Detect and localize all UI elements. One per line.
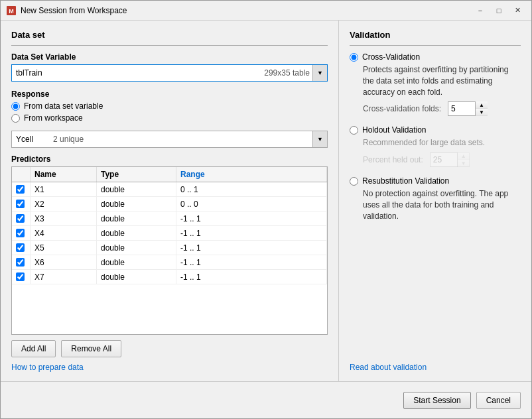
main-content: Data set Data Set Variable tblTrain 299x… bbox=[1, 21, 531, 381]
row-range-4: -1 .. 1 bbox=[176, 241, 327, 255]
minimize-button[interactable]: − bbox=[472, 3, 489, 18]
dataset-variable-select[interactable]: tblTrain 299x35 table ▼ bbox=[11, 64, 328, 82]
how-to-prepare-link[interactable]: How to prepare data bbox=[11, 363, 328, 372]
read-link-container: Read about validation bbox=[350, 356, 521, 372]
response-unique: 2 unique bbox=[53, 135, 84, 144]
resubstitution-desc: No protection against overfitting. The a… bbox=[363, 188, 521, 221]
table-row: X4 double -1 .. 1 bbox=[12, 226, 327, 241]
header-type: Type bbox=[97, 167, 176, 182]
close-button[interactable]: ✕ bbox=[509, 3, 526, 18]
header-name: Name bbox=[31, 167, 97, 182]
resubstitution-radio[interactable] bbox=[350, 177, 358, 186]
holdout-radio[interactable] bbox=[350, 126, 358, 135]
holdout-percent-input bbox=[431, 153, 457, 166]
dataset-section-header: Data set bbox=[11, 30, 328, 40]
bottom-buttons: Add All Remove All bbox=[11, 340, 328, 357]
row-check-0[interactable] bbox=[12, 182, 31, 196]
row-name-4: X5 bbox=[31, 241, 97, 255]
remove-all-button[interactable]: Remove All bbox=[61, 340, 121, 357]
row-range-1: 0 .. 0 bbox=[176, 197, 327, 211]
read-about-validation-link[interactable]: Read about validation bbox=[350, 363, 427, 372]
holdout-percent-spinner: ▲ ▼ bbox=[430, 152, 470, 167]
dataset-variable-arrow: ▼ bbox=[312, 65, 327, 81]
row-type-4: double bbox=[97, 241, 176, 255]
left-panel: Data set Data Set Variable tblTrain 299x… bbox=[1, 21, 339, 381]
from-workspace-radio[interactable] bbox=[11, 114, 20, 123]
footer: Start Session Cancel bbox=[1, 381, 531, 418]
holdout-percent-label: Percent held out: bbox=[363, 155, 423, 164]
cv-folds-spinner[interactable]: ▲ ▼ bbox=[448, 101, 488, 116]
cv-folds-up[interactable]: ▲ bbox=[476, 101, 488, 109]
table-row: X5 double -1 .. 1 bbox=[12, 241, 327, 255]
cross-validation-label[interactable]: Cross-Validation bbox=[362, 52, 420, 62]
cross-validation-option: Cross-Validation Protects against overfi… bbox=[350, 52, 521, 116]
row-check-5[interactable] bbox=[12, 255, 31, 269]
row-name-6: X7 bbox=[31, 270, 97, 284]
row-range-3: -1 .. 1 bbox=[176, 226, 327, 240]
table-row: X1 double 0 .. 1 bbox=[12, 182, 327, 197]
from-dataset-radio[interactable] bbox=[11, 102, 20, 111]
from-workspace-label[interactable]: From workspace bbox=[24, 113, 83, 123]
right-panel: Validation Cross-Validation Protects aga… bbox=[339, 21, 531, 381]
cross-validation-desc: Protects against overfitting by partitio… bbox=[363, 64, 521, 97]
cv-folds-input[interactable] bbox=[448, 102, 475, 115]
holdout-down: ▼ bbox=[458, 160, 470, 167]
window-title: New Session from Workspace bbox=[21, 6, 472, 15]
cv-folds-row: Cross-validation folds: ▲ ▼ bbox=[363, 101, 521, 116]
holdout-label[interactable]: Holdout Validation bbox=[362, 125, 427, 135]
start-session-button[interactable]: Start Session bbox=[403, 392, 470, 409]
titlebar: M New Session from Workspace − □ ✕ bbox=[1, 1, 531, 21]
cv-folds-down[interactable]: ▼ bbox=[476, 109, 488, 116]
header-check bbox=[12, 167, 31, 182]
row-type-0: double bbox=[97, 182, 176, 196]
response-variable-type: cell bbox=[21, 135, 33, 144]
table-body: X1 double 0 .. 1 X2 double 0 .. 0 X3 dou… bbox=[12, 182, 327, 334]
cv-radio-row: Cross-Validation bbox=[350, 52, 521, 62]
row-name-5: X6 bbox=[31, 255, 97, 269]
add-all-button[interactable]: Add All bbox=[11, 340, 56, 357]
holdout-spinner-buttons: ▲ ▼ bbox=[457, 152, 470, 167]
row-type-5: double bbox=[97, 255, 176, 269]
row-check-2[interactable] bbox=[12, 211, 31, 225]
cross-validation-radio[interactable] bbox=[350, 53, 358, 62]
dataset-variable-type: 299x35 table bbox=[264, 68, 310, 78]
cancel-button[interactable]: Cancel bbox=[476, 392, 521, 409]
response-section: From data set variable From workspace bbox=[11, 101, 328, 125]
row-type-3: double bbox=[97, 226, 176, 240]
table-row: X3 double -1 .. 1 bbox=[12, 211, 327, 226]
row-range-5: -1 .. 1 bbox=[176, 255, 327, 269]
dataset-variable-label: Data Set Variable bbox=[11, 52, 328, 62]
row-check-3[interactable] bbox=[12, 226, 31, 240]
predictors-label: Predictors bbox=[11, 154, 328, 164]
validation-options: Cross-Validation Protects against overfi… bbox=[350, 52, 521, 356]
row-check-4[interactable] bbox=[12, 241, 31, 255]
table-row: X2 double 0 .. 0 bbox=[12, 197, 327, 211]
svg-text:M: M bbox=[9, 8, 14, 15]
row-range-6: -1 .. 1 bbox=[176, 270, 327, 284]
row-name-0: X1 bbox=[31, 182, 97, 196]
from-dataset-label[interactable]: From data set variable bbox=[24, 101, 103, 111]
header-range: Range bbox=[176, 167, 327, 182]
response-label: Response bbox=[11, 90, 328, 99]
maximize-button[interactable]: □ bbox=[490, 3, 507, 18]
holdout-validation-option: Holdout Validation Recommended for large… bbox=[350, 125, 521, 167]
predictors-section: Predictors Name Type Range X1 double 0 .… bbox=[11, 154, 328, 335]
row-check-1[interactable] bbox=[12, 197, 31, 211]
row-range-0: 0 .. 1 bbox=[176, 182, 327, 196]
resubstitution-label[interactable]: Resubstitution Validation bbox=[362, 176, 449, 186]
response-variable-value: Y bbox=[16, 135, 21, 144]
holdout-percent-row: Percent held out: ▲ ▼ bbox=[363, 152, 521, 167]
row-check-6[interactable] bbox=[12, 270, 31, 284]
main-window: M New Session from Workspace − □ ✕ Data … bbox=[0, 0, 532, 419]
row-type-1: double bbox=[97, 197, 176, 211]
resubstitution-option: Resubstitution Validation No protection … bbox=[350, 176, 521, 221]
response-arrow: ▼ bbox=[312, 131, 327, 147]
response-radio-row-2: From workspace bbox=[11, 113, 328, 123]
validation-section-header: Validation bbox=[350, 30, 521, 40]
predictors-table: Name Type Range X1 double 0 .. 1 X2 doub… bbox=[11, 166, 328, 335]
response-variable-select[interactable]: Y cell 2 unique ▼ bbox=[11, 131, 328, 148]
row-type-2: double bbox=[97, 211, 176, 225]
holdout-desc: Recommended for large data sets. bbox=[363, 137, 521, 149]
table-row: X6 double -1 .. 1 bbox=[12, 255, 327, 270]
response-radio-row-1: From data set variable bbox=[11, 101, 328, 111]
